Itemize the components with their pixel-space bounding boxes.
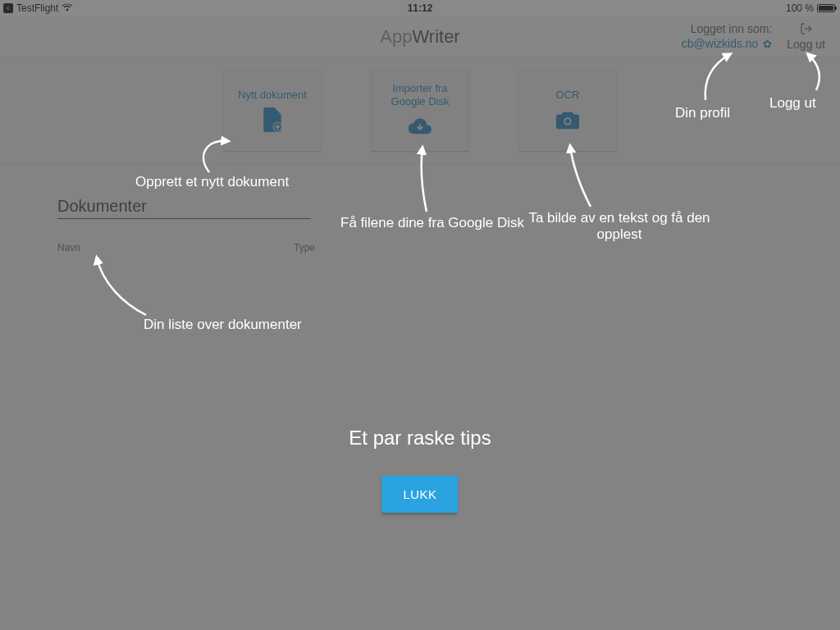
- tip-arrows: [0, 0, 840, 630]
- tips-layer: Opprett et nytt dokument Få filene dine …: [0, 0, 840, 630]
